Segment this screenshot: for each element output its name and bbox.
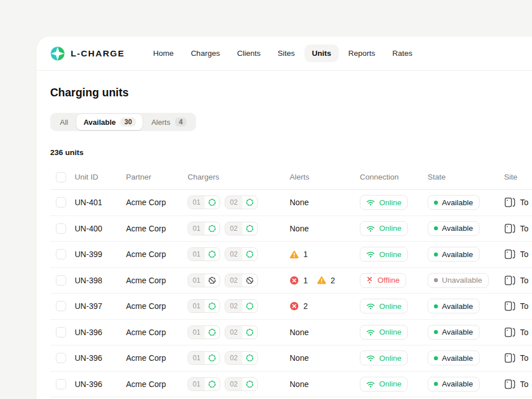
alerts-cell: 1 2 <box>290 276 360 285</box>
row-checkbox[interactable] <box>56 301 66 311</box>
table-row[interactable]: UN-400Acme Corp01 02 None OnlineAvailabl… <box>50 216 532 242</box>
state-label: Available <box>442 328 473 336</box>
charger-badge[interactable]: 01 <box>188 222 220 235</box>
charger-badge[interactable]: 01 <box>188 351 220 365</box>
tab-all[interactable]: All <box>51 115 76 130</box>
charger-badge[interactable]: 01 <box>188 377 220 391</box>
row-checkbox-cell <box>50 327 75 337</box>
nav-item-units[interactable]: Units <box>304 44 339 62</box>
partner-cell: Acme Corp <box>126 353 188 363</box>
select-all-checkbox[interactable] <box>56 172 66 182</box>
nav-item-home[interactable]: Home <box>146 44 181 62</box>
charger-badge[interactable]: 01 <box>188 299 220 313</box>
charger-badge[interactable]: 01 <box>188 196 220 209</box>
nav-item-clients[interactable]: Clients <box>230 44 268 62</box>
nav-item-charges[interactable]: Charges <box>184 44 228 62</box>
charger-badge[interactable]: 02 <box>225 377 257 391</box>
row-checkbox[interactable] <box>56 379 66 389</box>
row-checkbox[interactable] <box>56 249 66 259</box>
state-label: Unavailable <box>442 276 482 284</box>
charger-badge[interactable]: 02 <box>225 325 257 339</box>
state-cell: Available <box>428 195 504 210</box>
charger-badge[interactable]: 02 <box>225 299 257 313</box>
charger-status-active-icon <box>205 196 220 209</box>
row-checkbox-cell <box>50 249 75 259</box>
row-checkbox-cell <box>50 353 75 363</box>
row-checkbox-cell <box>50 379 75 389</box>
chargers-cell: 01 02 <box>188 247 290 261</box>
charger-number: 02 <box>225 326 242 339</box>
site-label: To <box>520 328 529 337</box>
table-row[interactable]: UN-399Acme Corp01 02 1 OnlineAvailable T… <box>50 242 532 268</box>
row-checkbox[interactable] <box>56 353 66 363</box>
table-header-row: Unit IDPartnerChargersAlertsConnectionSt… <box>50 165 532 190</box>
charger-badge[interactable]: 02 <box>225 222 257 235</box>
charger-badge[interactable]: 02 <box>225 247 257 261</box>
chargers-cell: 01 02 <box>188 196 290 209</box>
state-cell: Available <box>428 325 504 340</box>
state-badge: Available <box>428 325 480 340</box>
charger-number: 02 <box>225 248 242 260</box>
alerts-cell: None <box>290 328 360 337</box>
alerts-cell: None <box>290 380 360 389</box>
alerts-cell: None <box>290 353 360 363</box>
site-label: To <box>520 353 529 363</box>
charger-badge[interactable]: 02 <box>225 351 257 365</box>
charger-number: 01 <box>188 352 205 364</box>
table-row[interactable]: UN-396Acme Corp01 02 None OnlineAvailabl… <box>50 345 532 372</box>
charger-number: 01 <box>188 196 205 209</box>
alert-count: 1 <box>303 276 308 285</box>
state-label: Available <box>442 224 473 233</box>
charger-badge[interactable]: 01 <box>188 274 220 287</box>
site-cell: To <box>504 197 532 208</box>
app-card: L-CHARGE HomeChargesClientsSitesUnitsRep… <box>36 36 532 399</box>
tab-available[interactable]: Available30 <box>76 114 143 130</box>
connection-cell: Online <box>360 351 428 365</box>
row-checkbox-cell <box>50 275 75 286</box>
table-row[interactable]: UN-396Acme Corp01 02 None OnlineAvailabl… <box>50 372 532 398</box>
row-checkbox[interactable] <box>56 327 66 337</box>
charger-badge[interactable]: 02 <box>225 274 257 287</box>
charger-status-active-icon <box>205 326 220 339</box>
tab-count-badge: 30 <box>120 117 136 127</box>
row-checkbox[interactable] <box>56 197 66 207</box>
alerts-cell: None <box>290 198 360 207</box>
state-dot-icon <box>434 226 438 230</box>
partner-cell: Acme Corp <box>126 328 188 337</box>
charger-status-active-icon <box>242 196 257 209</box>
column-header-chargers: Chargers <box>188 173 290 181</box>
tab-alerts[interactable]: Alerts4 <box>143 114 195 130</box>
alerts-none-label: None <box>290 198 308 207</box>
connection-label: Online <box>379 328 401 336</box>
site-icon <box>504 378 515 390</box>
connection-cell: Online <box>360 195 428 210</box>
nav-item-sites[interactable]: Sites <box>270 44 302 62</box>
state-cell: Available <box>428 377 504 392</box>
charger-badge[interactable]: 01 <box>188 247 220 261</box>
charger-badge[interactable]: 01 <box>188 325 220 339</box>
charger-number: 01 <box>188 274 205 287</box>
alerts-cell: 1 <box>290 250 360 259</box>
row-checkbox[interactable] <box>56 275 66 286</box>
row-checkbox[interactable] <box>56 223 66 234</box>
alerts-cell: 2 <box>290 302 360 311</box>
table-row[interactable]: UN-401Acme Corp01 02 None OnlineAvailabl… <box>50 190 532 216</box>
main-nav: HomeChargesClientsSitesUnitsReportsRates <box>146 44 420 62</box>
table-row[interactable]: UN-398Acme Corp01 02 1 2 OfflineUnavaila… <box>50 268 532 294</box>
connection-badge: Online <box>360 351 408 365</box>
table-row[interactable]: UN-397Acme Corp01 02 2 OnlineAvailable T… <box>50 294 532 320</box>
charger-number: 02 <box>225 222 242 235</box>
state-dot-icon <box>434 304 438 308</box>
connection-badge: Online <box>360 377 408 392</box>
brand[interactable]: L-CHARGE <box>50 46 125 61</box>
charger-badge[interactable]: 02 <box>225 196 257 209</box>
connection-badge: Online <box>360 247 408 262</box>
row-checkbox-cell <box>50 301 75 311</box>
site-icon <box>504 300 515 312</box>
site-cell: To <box>504 300 532 312</box>
site-cell: To <box>504 327 532 338</box>
alert-count: 2 <box>303 302 308 311</box>
table-row[interactable]: UN-396Acme Corp01 02 None OnlineAvailabl… <box>50 320 532 346</box>
nav-item-reports[interactable]: Reports <box>341 44 383 62</box>
nav-item-rates[interactable]: Rates <box>385 44 420 62</box>
